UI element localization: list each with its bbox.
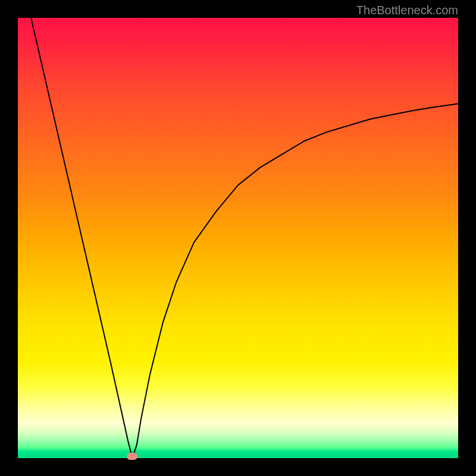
watermark-text: TheBottleneck.com xyxy=(356,4,458,17)
bottleneck-curve xyxy=(18,18,458,458)
minimum-marker xyxy=(127,453,137,460)
